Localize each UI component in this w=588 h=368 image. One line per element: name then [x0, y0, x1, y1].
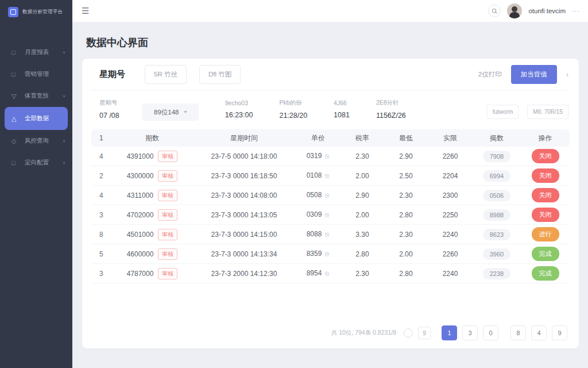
action-button[interactable]: 完成 — [532, 247, 559, 261]
sidebar-item-label: 营销管理 — [25, 70, 65, 78]
user-menu-more-icon[interactable]: ··· — [572, 7, 580, 14]
chevron-down-icon — [184, 111, 187, 113]
page-button-1[interactable]: 1 — [442, 325, 457, 340]
stats-buttons: futwormM6: 70R/15 — [487, 105, 570, 119]
price-unit: 份 — [324, 212, 330, 218]
id-value: 4501000 — [127, 231, 154, 239]
cell-action: 完成 — [521, 266, 570, 281]
id-value: 4391000 — [127, 152, 154, 160]
cell-min: 2.80 — [384, 211, 428, 219]
primary-action-button[interactable]: 加当背值 — [511, 65, 557, 84]
search-button[interactable] — [488, 5, 501, 17]
action-button[interactable]: 完成 — [532, 266, 559, 281]
username[interactable]: otunfi tevcim — [528, 7, 566, 14]
price-value: 0508 — [307, 191, 322, 199]
stat-item-2: 9echo0316:23:00 — [225, 99, 253, 119]
stat-item-1: 星期号07 /08 — [99, 99, 119, 120]
chevron-down-icon: ∨ — [63, 94, 65, 98]
cell-time: 23-7-3 0000 14:15:00 — [192, 231, 296, 239]
avatar[interactable] — [507, 3, 522, 18]
table-row: 34787000审核23-7-3 2000 14:12:308954份2.302… — [91, 264, 570, 283]
cell-id: 4391000审核 — [112, 151, 192, 162]
cell-index: 2 — [91, 172, 112, 180]
sidebar-item-6[interactable]: □定向配置∨ — [0, 152, 72, 174]
tab-week-number[interactable]: 星期号 — [99, 69, 125, 80]
cell-time: 23-7-3 2000 14:12:30 — [192, 270, 296, 278]
cell-time: 23-7-3 0000 14:08:00 — [192, 191, 296, 200]
count-badge: 7908 — [483, 151, 510, 162]
cell-index: 3 — [91, 211, 112, 219]
price-unit: 份 — [324, 271, 330, 277]
sidebar-item-3[interactable]: ▽体育竞技∨ — [0, 85, 72, 107]
pagination-summary: 共 10位, 794条 0.8231/8 — [331, 329, 396, 337]
page-button-3[interactable]: 3 — [462, 325, 478, 340]
column-header-3: 星期时间 — [192, 133, 296, 143]
action-button[interactable]: 关闭 — [532, 208, 559, 222]
cell-rate: 2.30 — [341, 152, 384, 160]
filter-button-2[interactable]: Dfl 竹图 — [199, 65, 241, 84]
app-logo[interactable]: 数据分析管理平台 — [0, 0, 72, 24]
cell-id: 4787000审核 — [112, 268, 192, 279]
cell-badge: 8623 — [473, 229, 521, 240]
status-tag: 审核 — [158, 170, 177, 182]
refresh-icon[interactable] — [404, 328, 413, 338]
cell-price: 0309份 — [296, 210, 341, 219]
column-header-7: 实限 — [428, 133, 473, 143]
column-header-1: 1 — [91, 134, 112, 142]
action-button[interactable]: 关闭 — [532, 188, 559, 202]
action-button[interactable]: 关闭 — [532, 168, 559, 183]
sidebar-item-5[interactable]: ◇风控查询∨ — [0, 130, 72, 152]
price-unit: 份 — [324, 232, 330, 237]
sidebar-item-1[interactable]: □月度报表∨ — [0, 41, 72, 63]
page-button-8[interactable]: 8 — [510, 325, 526, 340]
stat-label: 2E8分针 — [376, 99, 406, 107]
page-button-9[interactable]: 9 — [552, 325, 567, 340]
stats-mini-button-1[interactable]: futworm — [487, 105, 519, 119]
stat-value: 1156Z/26 — [376, 112, 406, 120]
column-header-5: 税率 — [341, 133, 384, 143]
cell-rate: 3.30 — [341, 231, 384, 239]
table-row: 44311000审核23-7-3 0000 14:08:000508份2.902… — [91, 186, 570, 205]
cell-action: 完成 — [521, 247, 570, 261]
cell-id: 4300000审核 — [112, 170, 192, 182]
cell-limit: 2204 — [428, 172, 473, 180]
price-value: 0319 — [307, 152, 322, 160]
cell-action: 关闭 — [521, 168, 570, 183]
cell-badge: 8988 — [473, 209, 521, 221]
cell-id: 4702000审核 — [112, 209, 192, 221]
period-select[interactable]: 89位148 — [142, 103, 199, 121]
id-value: 4300000 — [127, 172, 154, 180]
cell-price: 0108份 — [296, 171, 341, 180]
price-value: 8359 — [307, 250, 322, 258]
cell-time: 23-7-5 0000 14:18:00 — [192, 152, 296, 160]
cell-limit: 2240 — [428, 270, 473, 278]
stat-value: 07 /08 — [99, 112, 119, 120]
page-button-0[interactable]: 0 — [483, 325, 498, 340]
column-header-6: 最低 — [384, 133, 428, 143]
column-header-4: 单价 — [296, 133, 341, 143]
chevron-right-icon[interactable]: › — [566, 70, 568, 79]
sidebar-menu: □月度报表∨□营销管理▽体育竞技∨△全部数据◇风控查询∨□定向配置∨ — [0, 41, 72, 174]
cell-index: 3 — [91, 270, 112, 278]
cell-index: 4 — [91, 191, 112, 200]
page-button-4[interactable]: 4 — [531, 325, 547, 340]
price-value: 8954 — [307, 269, 322, 277]
export-link[interactable]: 2仅打印 — [478, 70, 502, 79]
page-size-box[interactable]: 9 — [418, 327, 431, 339]
cell-action: 关闭 — [521, 149, 570, 163]
action-button[interactable]: 进行 — [532, 227, 559, 241]
status-tag: 审核 — [158, 209, 177, 221]
table-row: 84501000审核23-7-3 0000 14:15:008088份3.302… — [91, 225, 570, 244]
filter-button-1[interactable]: 5R 竹丝 — [145, 65, 187, 84]
cell-badge: 0506 — [473, 190, 521, 201]
sidebar-item-label: 风控查询 — [25, 137, 63, 145]
sidebar-item-2[interactable]: □营销管理 — [0, 63, 72, 85]
data-center-icon: △ — [11, 115, 20, 122]
cell-price: 0508份 — [296, 191, 341, 200]
count-badge: 2238 — [483, 268, 510, 279]
sidebar-item-4[interactable]: △全部数据 — [5, 107, 68, 130]
stats-mini-button-2[interactable]: M6: 70R/15 — [527, 105, 568, 119]
app-logo-icon — [8, 7, 18, 17]
action-button[interactable]: 关闭 — [532, 149, 559, 163]
menu-toggle-icon[interactable]: ☰ — [82, 6, 89, 16]
